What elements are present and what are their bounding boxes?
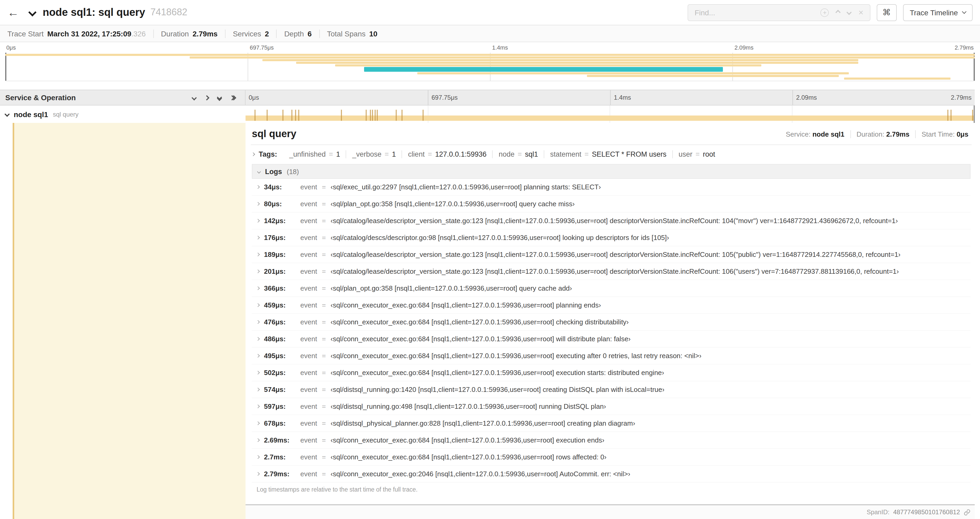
log-field-key: event xyxy=(300,335,317,343)
log-field-value: ‹sql/conn_executor_exec.go:684 [nsql1,cl… xyxy=(331,301,601,309)
clear-search-icon[interactable]: × xyxy=(859,8,864,17)
minimap-span xyxy=(189,56,975,59)
log-row[interactable]: 366μs: event = ‹sql/plan_opt.go:358 [nsq… xyxy=(252,280,970,297)
log-equals: = xyxy=(322,419,326,427)
tag-key: _unfinished xyxy=(289,150,326,158)
log-timestamp: 2.7ms: xyxy=(264,453,296,461)
tags-row[interactable]: Tags: _unfinished = 1 _verbose = 1 xyxy=(251,145,972,163)
trace-collapse-chevron-icon[interactable] xyxy=(30,10,35,15)
log-chevron-icon xyxy=(256,455,260,459)
log-row[interactable]: 189μs: event = ‹sql/catalog/lease/descri… xyxy=(252,246,970,263)
tag-equals: = xyxy=(329,150,333,158)
collapse-all-icon[interactable] xyxy=(192,96,196,99)
trace-id: 7418682 xyxy=(150,7,187,18)
meta-start-time: Start Time: 0μs xyxy=(915,130,969,138)
log-timestamp: 574μs: xyxy=(264,386,296,393)
meta-service-value: node sql1 xyxy=(813,130,844,138)
tag-key: client xyxy=(408,150,425,158)
command-icon: ⌘ xyxy=(882,7,891,18)
next-result-icon[interactable] xyxy=(848,11,851,14)
chevron-down-icon xyxy=(962,10,967,14)
trace-view-selector[interactable]: Trace Timeline xyxy=(903,4,973,21)
log-equals: = xyxy=(322,470,326,478)
meta-duration: Duration: 2.79ms xyxy=(850,130,915,138)
log-chevron-icon xyxy=(256,371,260,374)
log-field-key: event xyxy=(300,251,317,259)
log-equals: = xyxy=(322,335,326,343)
log-chevron-icon xyxy=(256,270,260,273)
log-marker xyxy=(972,110,973,121)
log-equals: = xyxy=(322,301,326,309)
log-row[interactable]: 201μs: event = ‹sql/catalog/lease/descri… xyxy=(252,263,970,280)
span-service-name: node sql1 xyxy=(14,110,48,118)
summary-label: Total Spans xyxy=(327,29,365,38)
logs-section: Logs (18) 34μs: event = ‹sql/exec_util.g… xyxy=(252,164,970,498)
tag-value: 127.0.0.1:59936 xyxy=(435,150,487,158)
tag-value: root xyxy=(703,150,715,158)
log-timestamp: 476μs: xyxy=(264,318,296,326)
span-operation-name: sql query xyxy=(53,110,78,118)
detail-column: sql query Service: node sql1 Duration: 2… xyxy=(245,123,975,519)
tag-equals: = xyxy=(585,150,589,158)
span-name-cell[interactable]: node sql1 sql query xyxy=(0,105,245,123)
log-equals: = xyxy=(322,352,326,360)
log-row[interactable]: 142μs: event = ‹sql/catalog/lease/descri… xyxy=(252,212,970,230)
expand-all-icon[interactable] xyxy=(205,96,208,99)
span-bar-cell[interactable] xyxy=(245,105,975,123)
log-row[interactable]: 597μs: event = ‹sql/distsql_running.go:4… xyxy=(252,398,970,415)
log-marker xyxy=(372,110,373,121)
circle-plus-icon[interactable]: + xyxy=(821,8,829,17)
span-row[interactable]: node sql1 sql query xyxy=(0,105,975,123)
minimap-span xyxy=(364,67,723,72)
span-id-label: SpanID: xyxy=(867,508,889,516)
find-input[interactable] xyxy=(695,5,813,20)
log-row[interactable]: 80μs: event = ‹sql/plan_opt.go:358 [nsql… xyxy=(252,196,970,212)
log-row[interactable]: 176μs: event = ‹sql/catalog/descs/descri… xyxy=(252,230,970,246)
log-row[interactable]: 486μs: event = ‹sql/conn_executor_exec.g… xyxy=(252,331,970,348)
log-row[interactable]: 34μs: event = ‹sql/exec_util.go:2297 [ns… xyxy=(252,179,970,196)
log-chevron-icon xyxy=(256,236,260,240)
collapse-one-icon[interactable] xyxy=(218,95,221,100)
tag-value: SELECT * FROM users xyxy=(592,150,667,158)
log-row[interactable]: 502μs: event = ‹sql/conn_executor_exec.g… xyxy=(252,364,970,381)
log-field-key: event xyxy=(300,369,317,377)
summary-value-fraction: .326 xyxy=(132,29,146,38)
log-equals: = xyxy=(322,318,326,326)
log-row[interactable]: 2.69ms: event = ‹sql/conn_executor_exec.… xyxy=(252,432,970,449)
back-button[interactable]: ← xyxy=(7,6,19,19)
log-chevron-icon xyxy=(256,303,260,307)
log-list: 34μs: event = ‹sql/exec_util.go:2297 [ns… xyxy=(252,179,970,482)
keyboard-shortcuts-button[interactable]: ⌘ xyxy=(877,4,896,21)
deep-link-icon[interactable] xyxy=(964,509,970,516)
span-collapse-chevron-icon[interactable] xyxy=(5,112,10,117)
prev-result-icon[interactable] xyxy=(837,11,840,14)
log-row[interactable]: 2.79ms: event = ‹sql/conn_executor_exec.… xyxy=(252,466,970,482)
find-bar: + × xyxy=(688,4,870,21)
log-field-key: event xyxy=(300,402,317,410)
tag-item: _unfinished = 1 xyxy=(283,150,346,158)
span-duration-bar[interactable] xyxy=(245,115,974,121)
summary-label: Duration xyxy=(161,29,189,38)
minimap-left-handle[interactable] xyxy=(5,53,6,81)
log-row[interactable]: 2.7ms: event = ‹sql/conn_executor_exec.g… xyxy=(252,449,970,466)
timeline-header: Service & Operation 0μs697.75μs1.4ms2.09… xyxy=(0,89,975,105)
log-timestamp: 597μs: xyxy=(264,402,296,410)
span-indent-guide xyxy=(13,123,245,519)
log-row[interactable]: 678μs: event = ‹sql/distsql_physical_pla… xyxy=(252,415,970,432)
minimap-canvas[interactable] xyxy=(5,53,975,81)
summary-label: Trace Start xyxy=(7,29,43,38)
log-chevron-icon xyxy=(256,438,260,442)
log-row[interactable]: 495μs: event = ‹sql/conn_executor_exec.g… xyxy=(252,348,970,364)
log-row[interactable]: 476μs: event = ‹sql/conn_executor_exec.g… xyxy=(252,314,970,331)
logs-chevron-icon xyxy=(257,169,261,173)
log-row[interactable]: 459μs: event = ‹sql/conn_executor_exec.g… xyxy=(252,297,970,314)
log-chevron-icon xyxy=(256,354,260,358)
log-row[interactable]: 574μs: event = ‹sql/distsql_running.go:1… xyxy=(252,381,970,398)
back-arrow-icon: ← xyxy=(7,6,19,19)
logs-section-toggle[interactable]: Logs (18) xyxy=(252,164,970,179)
log-equals: = xyxy=(322,200,326,208)
expand-one-icon[interactable] xyxy=(230,96,235,99)
summary-item: Duration 2.79ms xyxy=(153,29,225,38)
minimap-span xyxy=(296,62,858,64)
log-field-key: event xyxy=(300,453,317,461)
